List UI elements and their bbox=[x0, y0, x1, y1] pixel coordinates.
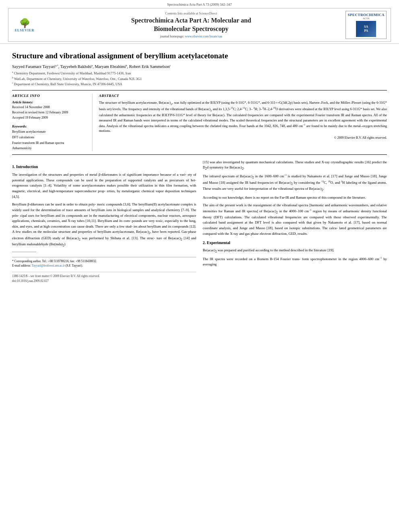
elsevier-tree-icon: 🌳 bbox=[19, 18, 30, 29]
affiliations: a Chemistry Department, Ferdowsi Univers… bbox=[12, 70, 387, 87]
journal-header: Spectrochimica Acta Part A 73 (2009) 342… bbox=[0, 0, 399, 44]
article-info-col: ARTICLE INFO Article history: Received 1… bbox=[12, 94, 93, 151]
abstract-col: ABSTRACT The structure of beryllium acet… bbox=[99, 94, 387, 151]
email-suffix: (S.F. Tayyari). bbox=[66, 264, 83, 267]
footer-info: 1386-1425/$ – see front matter © 2009 El… bbox=[12, 272, 196, 283]
homepage-label: journal homepage: bbox=[160, 35, 184, 38]
keyword-1: Beryllium acetylacetonate bbox=[12, 129, 88, 135]
section-2-title: 2. Experimental bbox=[203, 240, 387, 246]
abstract-heading: ABSTRACT bbox=[99, 94, 387, 98]
author-2: Tayyebeh Bakhshia, bbox=[60, 64, 95, 69]
email-link[interactable]: Tayyari@ferdowsi.um.ac.ir bbox=[32, 264, 65, 267]
author-1: Sayyed Faramarz Tayyaria,*, bbox=[12, 64, 60, 69]
journal-title-area: Contents lists available at ScienceDirec… bbox=[40, 12, 342, 38]
doi-line: doi:10.1016/j.saa.2009.02.027 bbox=[12, 279, 196, 283]
article-info-heading: ARTICLE INFO bbox=[12, 94, 88, 98]
right-para-2: The infrared spectrum of Be(acac)2 in th… bbox=[203, 173, 387, 192]
keyword-4: Anharmonicity bbox=[12, 146, 88, 151]
logo-title: SPECTROCHIMICA bbox=[348, 13, 385, 17]
intro-para-1: The investigation of the structures and … bbox=[12, 172, 196, 199]
author-4: Robert Erik Sammelsonc bbox=[129, 64, 171, 69]
copyright-line: © 2009 Elsevier B.V. All rights reserved… bbox=[99, 136, 387, 140]
exp-para-1: Be(acac)2 was prepared and purified acco… bbox=[203, 248, 387, 254]
received-revised-date: Received in revised form 12 February 200… bbox=[12, 110, 88, 115]
right-para-3: According to our knowledge, there is no … bbox=[203, 195, 387, 201]
section-1-title: 1. Introduction bbox=[12, 164, 196, 170]
email-label: E-mail address: bbox=[12, 264, 32, 267]
authors-line: Sayyed Faramarz Tayyaria,*, Tayyebeh Bak… bbox=[12, 64, 387, 69]
received-date: Received 14 November 2008 bbox=[12, 105, 88, 110]
footnote-star: * Corresponding author. Tel.: +98 511878… bbox=[12, 259, 196, 263]
elsevier-logo: 🌳 ELSEVIER bbox=[12, 18, 37, 32]
logo-sub: ACTA bbox=[363, 17, 370, 20]
exp-para-2: The IR spectra were recorded on a Bomem … bbox=[203, 256, 387, 267]
journal-ref: Spectrochimica Acta Part A 73 (2009) 342… bbox=[167, 2, 232, 6]
journal-title-line2: Biomolecular Spectroscopy bbox=[154, 25, 228, 32]
sciencedirect-prefix: Contents lists available at ScienceDirec… bbox=[165, 12, 217, 15]
right-para-4: The aim of the present work is the reass… bbox=[203, 203, 387, 236]
article-info-row: ARTICLE INFO Article history: Received 1… bbox=[12, 90, 387, 155]
issn-line: 1386-1425/$ – see front matter © 2009 El… bbox=[12, 274, 196, 279]
body-col-left: 1. Introduction The investigation of the… bbox=[12, 160, 196, 283]
page: Spectrochimica Acta Part A 73 (2009) 342… bbox=[0, 0, 399, 532]
abstract-text: The structure of beryllium acetylacetona… bbox=[99, 100, 387, 134]
affiliation-a: a Chemistry Department, Ferdowsi Univers… bbox=[12, 70, 387, 76]
footnote-email: E-mail address: Tayyari@ferdowsi.um.ac.i… bbox=[12, 263, 196, 268]
author-3: Maryam Ebrahimib, bbox=[95, 64, 129, 69]
keywords-label: Keywords: bbox=[12, 124, 88, 128]
homepage-link[interactable]: www.elsevier.com/locate/saa bbox=[185, 35, 222, 38]
journal-banner: 🌳 ELSEVIER Contents lists available at S… bbox=[8, 8, 391, 42]
sciencedirect-line: Contents lists available at ScienceDirec… bbox=[40, 12, 342, 15]
journal-homepage-line: journal homepage: www.elsevier.com/locat… bbox=[40, 35, 342, 38]
keyword-3: Fourier transform IR and Raman spectra bbox=[12, 140, 88, 146]
body-col-right: [15] was also investigated by quantum me… bbox=[203, 160, 387, 283]
article-content: Structure and vibrational assignment of … bbox=[0, 44, 399, 291]
footnote-divider bbox=[12, 252, 36, 252]
logo-inner: SAPA bbox=[364, 25, 368, 33]
affiliation-c: c Department of Chemistry, Ball State Un… bbox=[12, 81, 387, 87]
article-title: Structure and vibrational assignment of … bbox=[12, 51, 387, 61]
right-para-1: [15] was also investigated by quantum me… bbox=[203, 160, 387, 171]
accepted-date: Accepted 19 February 2009 bbox=[12, 115, 88, 121]
affiliation-b: b WatLab, Department of Chemistry, Unive… bbox=[12, 76, 387, 82]
elsevier-label: ELSEVIER bbox=[15, 29, 34, 32]
journal-logo-right: SPECTROCHIMICA ACTA SAPA bbox=[346, 11, 387, 39]
keywords-list: Beryllium acetylacetonate DFT calculatio… bbox=[12, 129, 88, 151]
intro-para-2: Beryllium β-diketones can be used in ord… bbox=[12, 202, 196, 247]
info-dates: Received 14 November 2008 Received in re… bbox=[12, 105, 88, 120]
history-label: Article history: bbox=[12, 100, 88, 104]
footnote-area: * Corresponding author. Tel.: +98 511878… bbox=[12, 257, 196, 268]
journal-title-line1: Spectrochimica Acta Part A: Molecular an… bbox=[131, 17, 251, 24]
body-columns: 1. Introduction The investigation of the… bbox=[12, 160, 387, 283]
keyword-2: DFT calculations bbox=[12, 135, 88, 140]
journal-main-title: Spectrochimica Acta Part A: Molecular an… bbox=[40, 16, 342, 33]
